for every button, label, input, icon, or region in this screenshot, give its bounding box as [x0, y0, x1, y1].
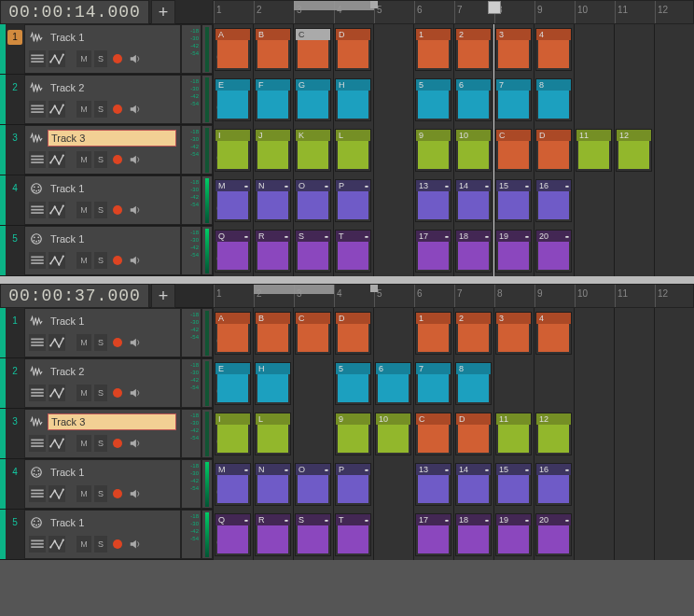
clip-body[interactable] [418, 91, 449, 119]
clip-header[interactable]: K [296, 130, 330, 141]
clip[interactable]: E [215, 78, 251, 121]
clip-body[interactable] [538, 324, 569, 352]
clip[interactable]: K [295, 129, 331, 172]
clip[interactable]: P▪▪ [335, 179, 371, 222]
clip[interactable]: C [495, 129, 532, 172]
clip-header[interactable]: 7 [496, 79, 531, 91]
clip-body[interactable] [217, 425, 248, 453]
clip[interactable]: D [455, 413, 492, 455]
mute-button[interactable]: M [76, 101, 91, 118]
clip[interactable]: 8 [455, 362, 492, 405]
mute-button[interactable]: M [76, 385, 91, 401]
clip-body[interactable] [338, 242, 368, 270]
track-name-input[interactable]: Track 1 [48, 231, 176, 247]
loop-region[interactable] [294, 1, 374, 10]
clip[interactable]: T▪▪ [335, 513, 371, 556]
clip-header[interactable]: 5 [416, 79, 451, 91]
list-icon[interactable] [29, 385, 46, 401]
clip-header[interactable]: N▪▪ [256, 464, 290, 475]
clip-header[interactable]: 9 [336, 413, 370, 425]
clip-header[interactable]: 1 [416, 313, 451, 324]
loop-region[interactable] [254, 285, 334, 294]
solo-button[interactable]: S [94, 385, 107, 401]
clip-body[interactable] [458, 425, 489, 453]
list-icon[interactable] [29, 334, 46, 351]
clip[interactable]: G [295, 78, 331, 121]
clip[interactable]: C [295, 312, 331, 355]
clip-header[interactable]: D [336, 313, 370, 324]
solo-button[interactable]: S [94, 536, 107, 553]
list-icon[interactable] [29, 252, 46, 269]
solo-button[interactable]: S [94, 485, 107, 502]
clip-body[interactable] [418, 525, 449, 553]
timeline-ruler[interactable]: 1 2 3 4 5 6 7 8 9 10 11 12 [213, 284, 694, 308]
clip-header[interactable]: T▪▪ [336, 514, 370, 525]
clip-body[interactable] [257, 40, 288, 68]
clip-body[interactable] [338, 525, 368, 553]
playhead-line[interactable] [493, 24, 494, 276]
clip-header[interactable]: 12 [536, 413, 571, 425]
clip[interactable]: D [335, 28, 371, 71]
clip-header[interactable]: M▪▪ [215, 464, 250, 475]
clip-header[interactable]: 12 [617, 130, 651, 141]
solo-button[interactable]: S [94, 202, 107, 218]
clip[interactable]: R▪▪ [255, 230, 291, 273]
clip-body[interactable] [458, 324, 489, 352]
clip-header[interactable]: D [456, 413, 491, 425]
playhead-handle[interactable] [488, 1, 501, 14]
track-name-input[interactable]: Track 3 [48, 130, 176, 147]
list-icon[interactable] [29, 101, 46, 118]
solo-button[interactable]: S [94, 334, 107, 351]
clip[interactable]: 10 [455, 129, 492, 172]
clip-body[interactable] [298, 242, 328, 270]
clip-body[interactable] [257, 141, 288, 169]
time-display[interactable]: 00:00:37.000 [0, 284, 149, 308]
clip-body[interactable] [378, 374, 409, 402]
automation-icon[interactable] [49, 536, 65, 553]
clip-body[interactable] [217, 141, 248, 169]
clips-viewport[interactable]: dB dB dB dB dB A B C D 1 2 [213, 308, 694, 560]
clip-body[interactable] [338, 324, 368, 352]
clip[interactable]: 11 [576, 129, 612, 172]
clip[interactable]: D [535, 129, 572, 172]
clip-header[interactable]: L [256, 413, 290, 425]
clip-header[interactable]: 15▪▪ [496, 180, 531, 191]
clip-body[interactable] [378, 425, 409, 453]
speaker-icon[interactable] [128, 102, 143, 117]
clip[interactable]: 5 [335, 362, 371, 405]
clip[interactable]: Q▪▪ [215, 230, 251, 273]
clip[interactable]: A [215, 312, 251, 355]
clip-body[interactable] [458, 91, 489, 119]
clip-body[interactable] [338, 191, 368, 219]
clip-body[interactable] [298, 191, 328, 219]
clip-header[interactable]: R▪▪ [256, 514, 290, 525]
clip-header[interactable]: 20▪▪ [536, 231, 571, 242]
clip-body[interactable] [498, 324, 529, 352]
clip-body[interactable] [538, 525, 569, 553]
clip[interactable]: 10 [375, 413, 411, 455]
clip[interactable]: 13▪▪ [415, 179, 451, 222]
clip-body[interactable] [217, 191, 248, 219]
clip-header[interactable]: 9 [416, 130, 451, 141]
clip-header[interactable]: S▪▪ [296, 514, 330, 525]
clip[interactable]: 3 [495, 312, 532, 355]
clip[interactable]: 14▪▪ [455, 179, 492, 222]
clip[interactable]: O▪▪ [295, 179, 331, 222]
clip-header[interactable]: S▪▪ [296, 231, 330, 242]
clip-header[interactable]: Q▪▪ [215, 514, 250, 525]
clip-header[interactable]: 16▪▪ [536, 464, 571, 475]
automation-icon[interactable] [49, 202, 65, 218]
clip-body[interactable] [257, 191, 288, 219]
clip[interactable]: J [255, 129, 291, 172]
track-number[interactable]: 1 [7, 314, 22, 329]
record-button[interactable] [110, 253, 125, 268]
clip-header[interactable]: 4 [536, 29, 571, 40]
clip-body[interactable] [498, 191, 529, 219]
clip-body[interactable] [298, 40, 328, 68]
clip-body[interactable] [217, 324, 248, 352]
clip[interactable]: M▪▪ [215, 179, 251, 222]
solo-button[interactable]: S [94, 101, 107, 118]
clip-header[interactable]: 16▪▪ [536, 180, 571, 191]
clip-body[interactable] [418, 40, 449, 68]
clip-body[interactable] [217, 475, 248, 503]
